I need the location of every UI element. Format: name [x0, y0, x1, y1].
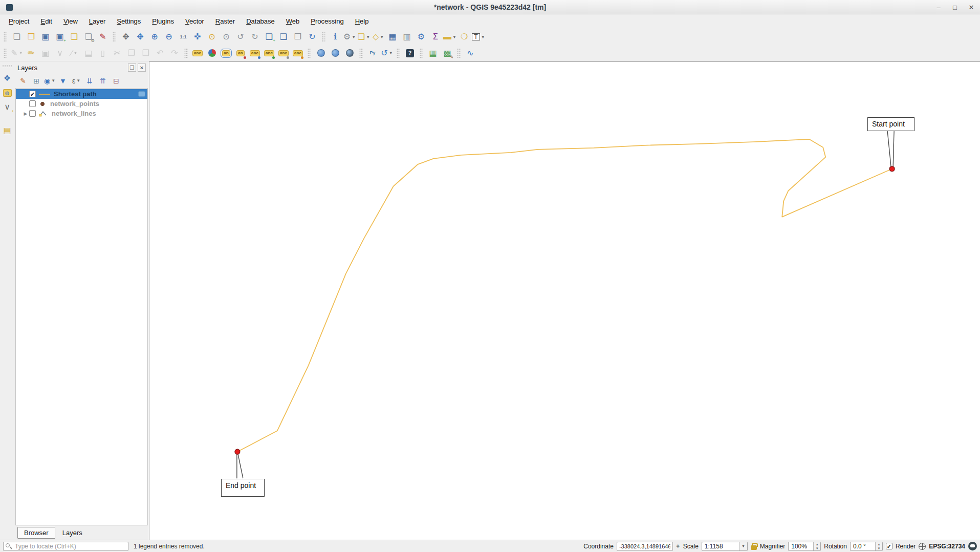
menu-processing[interactable]: Processing	[305, 14, 349, 29]
python-console[interactable]: Py	[366, 47, 379, 60]
layer-visibility-checkbox[interactable]	[29, 100, 36, 107]
chevron-down-icon[interactable]: ▼	[481, 35, 485, 39]
copy-features[interactable]: ❐	[125, 47, 138, 60]
zoom-native[interactable]: 1:1	[177, 30, 190, 44]
add-group[interactable]: ⊞	[30, 75, 42, 87]
text-annotation[interactable]: T▼	[472, 30, 485, 44]
profile-tool[interactable]: ∿	[464, 47, 477, 60]
start-point-annotation[interactable]: Start point	[867, 117, 914, 131]
metasearch[interactable]	[314, 47, 328, 60]
close-panel-button[interactable]: ✕	[138, 63, 146, 72]
map-tips[interactable]: ❍	[458, 30, 471, 44]
statistical-summary[interactable]: Σ	[429, 30, 442, 44]
menu-project[interactable]: Project	[3, 14, 35, 29]
refresh[interactable]: ↻	[306, 30, 319, 44]
close-button[interactable]: ✕	[967, 3, 976, 12]
new-print-layout[interactable]: ❏	[68, 30, 81, 44]
minimize-button[interactable]: –	[934, 3, 943, 12]
render-checkbox[interactable]: ✓	[886, 543, 892, 549]
tab-layers[interactable]: Layers	[56, 527, 89, 538]
zoom-to-selection[interactable]: ⊙	[205, 30, 219, 44]
scale-combo[interactable]: 1:1158 ▼	[702, 542, 748, 551]
menu-database[interactable]: Database	[241, 14, 280, 29]
menu-vector[interactable]: Vector	[180, 14, 210, 29]
layer-row-shortest-path[interactable]: ✓Shortest path	[16, 89, 147, 99]
toolbar-grip[interactable]	[4, 48, 7, 58]
zoom-to-layer[interactable]: ⊙	[220, 30, 233, 44]
chevron-down-icon[interactable]: ▼	[73, 51, 77, 55]
zoom-out[interactable]: ⊖	[162, 30, 176, 44]
delete-selected[interactable]: ▯	[96, 47, 110, 60]
open-layer-styling[interactable]: ✎	[17, 75, 29, 87]
highlight-pinned-labels[interactable]: ab	[220, 47, 233, 60]
cut-features[interactable]: ✂	[111, 47, 124, 60]
chevron-down-icon[interactable]: ▼	[352, 35, 356, 39]
new-geopackage-layer[interactable]: ◍	[1, 86, 14, 99]
layer-row-network_lines[interactable]: ▶network_lines	[16, 109, 147, 118]
chevron-down-icon[interactable]: ▼	[19, 51, 23, 55]
run-feature-action[interactable]: ⚙▼	[343, 30, 356, 44]
pin-unpin-labels[interactable]: ab	[234, 47, 247, 60]
layer-visibility-checkbox[interactable]	[29, 110, 36, 117]
map-canvas[interactable]: Start point End point	[149, 61, 980, 540]
pan-map[interactable]: ✥	[119, 30, 133, 44]
change-label[interactable]: abc	[277, 47, 290, 60]
expand-arrow-icon[interactable]: ▶	[22, 111, 29, 116]
chevron-down-icon[interactable]: ▼	[452, 35, 456, 39]
plugin-edit-tool[interactable]: ▩✎	[441, 47, 454, 60]
chevron-down-icon[interactable]: ▼	[366, 35, 370, 39]
menu-plugins[interactable]: Plugins	[146, 14, 180, 29]
processing-toolbox[interactable]: ⚙	[415, 30, 428, 44]
web-map-service[interactable]	[343, 47, 356, 60]
toolbar-grip[interactable]	[2, 65, 12, 68]
select-features[interactable]: ❏▼	[357, 30, 371, 44]
lock-scale-icon[interactable]	[751, 545, 757, 550]
toggle-extents-icon[interactable]: ⌖	[676, 542, 680, 550]
new-bookmark[interactable]: ❑+	[263, 30, 276, 44]
show-bookmarks[interactable]: ❑	[277, 30, 290, 44]
open-attribute-table[interactable]: ▦	[386, 30, 399, 44]
save-project-as[interactable]: ▣+	[53, 30, 67, 44]
layer-diagram-options[interactable]	[205, 47, 219, 60]
layer-indicator[interactable]	[138, 91, 145, 97]
web-service-catalog[interactable]	[329, 47, 342, 60]
spin-buttons[interactable]: ▲▼	[813, 542, 820, 550]
layer-visibility-checkbox[interactable]: ✓	[29, 91, 36, 97]
field-calculator[interactable]: ▥	[400, 30, 413, 44]
new-map-view[interactable]: ❐	[291, 30, 304, 44]
toggle-editing[interactable]: ✏	[25, 47, 38, 60]
menu-help[interactable]: Help	[350, 14, 375, 29]
crs-status[interactable]: EPSG:32734	[929, 543, 965, 550]
new-shapefile-layer[interactable]: ∨▪	[1, 100, 14, 114]
magnifier-spinbox[interactable]: 100% ▲▼	[788, 542, 821, 551]
maximize-button[interactable]: □	[950, 3, 960, 12]
float-panel-button[interactable]: ❐	[128, 63, 136, 72]
toolbar-grip[interactable]	[359, 48, 363, 58]
toolbar-grip[interactable]	[397, 48, 400, 58]
menu-web[interactable]: Web	[280, 14, 306, 29]
messages-icon[interactable]	[968, 542, 977, 550]
zoom-full[interactable]: ✜	[191, 30, 204, 44]
menu-raster[interactable]: Raster	[210, 14, 241, 29]
spin-buttons[interactable]: ▲▼	[875, 542, 882, 550]
vertex-tool[interactable]: ∕▼	[68, 47, 81, 60]
redo[interactable]: ↷	[168, 47, 181, 60]
plugin-map-tool[interactable]: ▦	[426, 47, 440, 60]
chevron-down-icon[interactable]: ▼	[51, 78, 55, 83]
layer-tree[interactable]: ✓Shortest pathnetwork_points▶network_lin…	[15, 88, 148, 525]
filter-by-expression[interactable]: ε▼	[70, 75, 82, 87]
zoom-in[interactable]: ⊕	[148, 30, 161, 44]
toolbar-grip[interactable]	[184, 48, 188, 58]
tab-browser[interactable]: Browser	[17, 527, 55, 539]
zoom-next[interactable]: ↻	[248, 30, 262, 44]
menu-view[interactable]: View	[58, 14, 83, 29]
save-project[interactable]: ▣	[39, 30, 52, 44]
end-point-annotation[interactable]: End point	[221, 479, 265, 497]
add-feature[interactable]: ∨	[53, 47, 67, 60]
menu-edit[interactable]: Edit	[35, 14, 57, 29]
collapse-all[interactable]: ⇈	[97, 75, 109, 87]
modify-attributes[interactable]: ▤	[82, 47, 95, 60]
menu-settings[interactable]: Settings	[111, 14, 146, 29]
data-source-manager[interactable]: ❖	[1, 72, 14, 85]
chevron-down-icon[interactable]: ▼	[76, 78, 80, 83]
